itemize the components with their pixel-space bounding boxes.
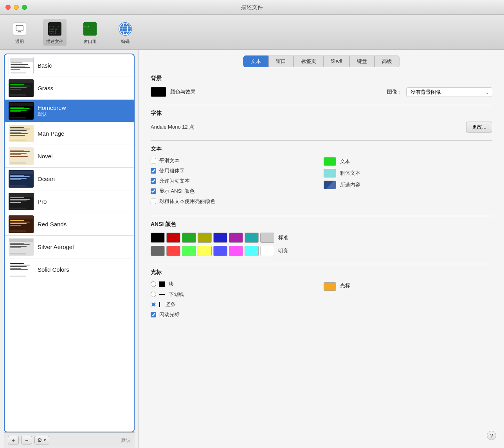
toolbar-item-profiles[interactable]: $ ls -la total 48 drwxr 2 -rw-r 1 描述文件 <box>43 19 67 46</box>
svg-rect-32 <box>10 89 21 90</box>
profile-thumb-redsands <box>9 215 34 233</box>
tab-bar: 文本 窗口 标签页 Shell 键盘 高级 <box>151 56 492 67</box>
smooth-text-checkbox[interactable] <box>151 158 156 163</box>
ansi-bright-5[interactable] <box>229 246 243 256</box>
toolbar-item-windowgroup[interactable]: $ vi ~ ~ ~ 窗口组 <box>78 19 102 46</box>
tab-window[interactable]: 窗口 <box>268 56 293 67</box>
ansi-std-3[interactable] <box>198 233 212 243</box>
svg-rect-31 <box>10 87 27 88</box>
ansi-std-5[interactable] <box>229 233 243 243</box>
svg-rect-85 <box>10 263 24 264</box>
profile-item-ocean[interactable]: Ocean <box>5 168 134 190</box>
cursor-blink-label: 闪动光标 <box>159 311 180 318</box>
profile-item-grass[interactable]: Grass <box>5 77 134 100</box>
encoding-icon <box>117 20 134 38</box>
toolbar-label-profiles: 描述文件 <box>46 39 63 45</box>
cursor-color-swatch[interactable] <box>324 282 336 291</box>
ansi-std-2[interactable] <box>182 233 196 243</box>
svg-rect-71 <box>9 216 33 219</box>
ansi-std-4[interactable] <box>213 233 227 243</box>
toolbar-item-encoding[interactable]: 编码 <box>113 19 137 46</box>
blink-text-row: 允许闪动文本 <box>151 177 320 185</box>
profile-item-pro[interactable]: Pro <box>5 190 134 213</box>
svg-rect-26 <box>11 72 26 73</box>
selection-color-swatch[interactable] <box>324 181 336 189</box>
profile-item-silveraerogel[interactable]: Silver Aerogel <box>5 236 134 258</box>
gear-button[interactable]: ⚙ ▼ <box>34 436 49 444</box>
ansi-bright-0[interactable] <box>151 246 165 256</box>
profile-item-homebrew[interactable]: Homebrew 默认 <box>5 100 134 122</box>
profile-name-solidcolors: Solid Colors <box>38 266 69 273</box>
svg-rect-22 <box>11 64 28 65</box>
tab-keyboard[interactable]: 键盘 <box>349 56 374 67</box>
profile-item-solidcolors[interactable]: Solid Colors <box>5 258 134 281</box>
bold-color-label: 粗体文本 <box>340 170 360 177</box>
cursor-block-label: 块 <box>169 281 174 288</box>
gear-icon: ⚙ <box>37 437 42 443</box>
profile-item-novel[interactable]: Novel <box>5 145 134 168</box>
svg-rect-72 <box>10 220 24 221</box>
ansi-bright-3[interactable] <box>198 246 212 256</box>
background-color-swatch[interactable] <box>151 87 166 97</box>
profile-thumb-ocean <box>9 170 34 188</box>
cursor-block-row: 块 <box>151 281 320 288</box>
close-button[interactable] <box>5 5 11 10</box>
profile-item-redsands[interactable]: Red Sands <box>5 213 134 236</box>
text-section: 文本 平滑文本 使用粗体字 允许闪动文本 <box>151 145 492 208</box>
cursor-block-radio[interactable] <box>151 281 156 287</box>
blink-text-checkbox[interactable] <box>151 178 156 184</box>
ansi-bright-7[interactable] <box>260 246 274 256</box>
ansi-bright-1[interactable] <box>166 246 180 256</box>
tab-advanced[interactable]: 高级 <box>374 56 400 67</box>
svg-rect-87 <box>10 266 27 267</box>
svg-rect-51 <box>10 151 30 152</box>
tab-text[interactable]: 文本 <box>243 56 268 67</box>
svg-rect-23 <box>11 66 25 66</box>
bold-font-checkbox[interactable] <box>151 168 156 174</box>
ansi-std-6[interactable] <box>245 233 259 243</box>
text-color-row: 文本 <box>324 157 493 166</box>
remove-profile-button[interactable]: − <box>21 436 32 444</box>
toolbar-label-encoding: 编码 <box>121 39 130 45</box>
help-button[interactable]: ? <box>487 431 496 440</box>
font-section: 字体 Andale Mono 12 点 更改... <box>151 110 492 133</box>
settings-panel: 文本 窗口 标签页 Shell 键盘 高级 背景 颜色与效果 图像： 没有背景图… <box>139 50 504 448</box>
divider-3 <box>151 216 492 216</box>
svg-rect-46 <box>10 133 28 134</box>
add-profile-button[interactable]: + <box>8 436 19 444</box>
cursor-underline-radio[interactable] <box>151 292 156 297</box>
profile-name-basic: Basic <box>38 62 52 69</box>
svg-rect-66 <box>10 199 30 200</box>
bold-color-swatch[interactable] <box>324 169 336 177</box>
toolbar-label-windowgroup: 窗口组 <box>84 39 97 45</box>
cursor-section-title: 光标 <box>151 269 492 276</box>
text-color-swatch[interactable] <box>324 157 336 166</box>
ansi-bright-4[interactable] <box>213 246 227 256</box>
general-icon <box>11 20 28 38</box>
change-font-button[interactable]: 更改... <box>466 122 492 133</box>
tab-shell[interactable]: Shell <box>324 56 350 67</box>
ansi-std-7[interactable] <box>260 233 274 243</box>
maximize-button[interactable] <box>22 5 27 10</box>
ansi-color-checkbox[interactable] <box>151 188 156 194</box>
svg-rect-68 <box>10 202 21 203</box>
cursor-bar-row: 竖条 <box>151 301 320 308</box>
profile-item-basic[interactable]: Basic <box>5 54 134 77</box>
cursor-blink-checkbox[interactable] <box>151 312 156 317</box>
svg-rect-50 <box>10 150 24 151</box>
svg-rect-42 <box>10 127 24 128</box>
ansi-bright-6[interactable] <box>245 246 259 256</box>
ansi-std-0[interactable] <box>151 233 165 243</box>
toolbar-item-general[interactable]: 通用 <box>8 19 31 46</box>
minimize-button[interactable] <box>14 5 19 10</box>
cursor-bar-icon <box>159 302 160 307</box>
bright-color-checkbox[interactable] <box>151 199 156 204</box>
ansi-bright-2[interactable] <box>182 246 196 256</box>
profile-item-manpage[interactable]: Man Page <box>5 122 134 145</box>
svg-rect-48 <box>10 140 26 141</box>
cursor-bar-radio[interactable] <box>151 302 156 307</box>
ansi-std-1[interactable] <box>166 233 180 243</box>
tab-tabs[interactable]: 标签页 <box>293 56 324 67</box>
ansi-color-label: 显示 ANSI 颜色 <box>159 188 194 195</box>
image-dropdown[interactable]: 没有背景图像 <box>406 87 492 97</box>
